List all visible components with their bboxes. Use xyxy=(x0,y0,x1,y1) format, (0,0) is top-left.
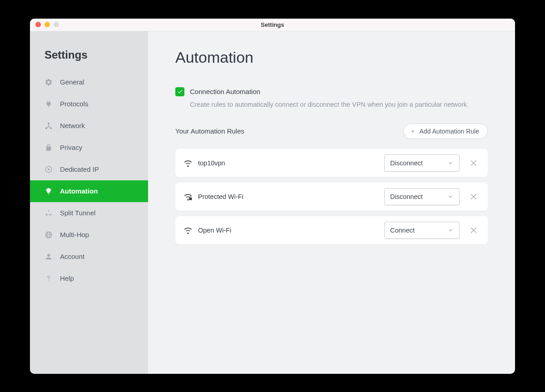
sidebar: Settings General Protocols Network xyxy=(30,31,148,374)
close-window-button[interactable] xyxy=(35,22,41,27)
wifi-open-icon xyxy=(183,226,193,235)
chevron-down-icon xyxy=(447,227,454,233)
title-bar: Settings xyxy=(30,19,515,31)
person-icon xyxy=(45,253,53,261)
rule-action-select[interactable]: Disconnect xyxy=(384,188,460,205)
sidebar-item-label: Protocols xyxy=(60,100,89,108)
svg-rect-5 xyxy=(189,198,192,200)
window-controls xyxy=(30,22,59,27)
sidebar-item-label: Help xyxy=(60,274,74,282)
sidebar-item-privacy[interactable]: Privacy xyxy=(30,137,148,159)
sidebar-item-label: Automation xyxy=(60,187,98,195)
check-icon xyxy=(177,89,183,94)
rule-action-select[interactable]: Connect xyxy=(384,222,460,239)
sidebar-item-dedicated-ip[interactable]: Dedicated IP xyxy=(30,159,148,180)
sidebar-item-protocols[interactable]: Protocols xyxy=(30,93,148,115)
lightbulb-icon xyxy=(45,187,53,195)
sidebar-item-label: Dedicated IP xyxy=(60,165,99,173)
sidebar-title: Settings xyxy=(30,49,148,71)
rule-row: Protected Wi-Fi Disconnect xyxy=(175,183,488,211)
network-icon xyxy=(45,122,53,130)
delete-rule-button[interactable] xyxy=(468,224,480,236)
window-title: Settings xyxy=(30,21,515,28)
sidebar-item-automation[interactable]: Automation xyxy=(30,180,148,202)
rule-name: Protected Wi-Fi xyxy=(198,193,384,200)
connection-automation-row: Connection Automation xyxy=(175,87,488,96)
sidebar-item-label: Multi-Hop xyxy=(60,231,89,238)
sidebar-item-split-tunnel[interactable]: Split Tunnel xyxy=(30,202,148,224)
rule-name: top10vpn xyxy=(198,159,384,167)
sidebar-item-label: General xyxy=(60,78,84,86)
wifi-icon xyxy=(183,159,193,168)
rule-row: top10vpn Disconnect xyxy=(175,149,488,177)
rule-action-select[interactable]: Disconnect xyxy=(384,154,460,172)
page-title: Automation xyxy=(175,49,488,66)
ip-icon xyxy=(45,165,53,174)
add-button-label: Add Automation Rule xyxy=(419,128,479,135)
sidebar-item-label: Network xyxy=(60,122,85,129)
wifi-lock-icon xyxy=(183,192,193,201)
rules-header: Your Automation Rules Add Automation Rul… xyxy=(175,124,488,139)
svg-point-4 xyxy=(48,168,50,170)
svg-point-2 xyxy=(50,127,52,129)
connection-automation-description: Create rules to automatically connect or… xyxy=(190,101,488,108)
rule-name: Open Wi-Fi xyxy=(198,227,384,234)
rule-action-value: Connect xyxy=(390,227,415,234)
maximize-window-button[interactable] xyxy=(54,22,59,27)
gear-icon xyxy=(45,78,53,86)
sidebar-item-general[interactable]: General xyxy=(30,71,148,93)
sidebar-item-help[interactable]: Help xyxy=(30,268,148,289)
chevron-down-icon xyxy=(447,194,454,200)
sidebar-item-label: Account xyxy=(60,253,84,260)
connection-automation-label: Connection Automation xyxy=(190,88,260,95)
sidebar-item-multi-hop[interactable]: Multi-Hop xyxy=(30,224,148,246)
plus-icon xyxy=(410,129,416,134)
close-icon xyxy=(469,159,478,168)
add-automation-rule-button[interactable]: Add Automation Rule xyxy=(403,124,488,139)
close-icon xyxy=(469,192,478,201)
minimize-window-button[interactable] xyxy=(45,22,50,27)
sidebar-item-network[interactable]: Network xyxy=(30,115,148,137)
settings-window: Settings Settings General Protocols xyxy=(30,19,515,374)
delete-rule-button[interactable] xyxy=(468,191,480,203)
split-icon xyxy=(45,209,53,217)
plug-icon xyxy=(45,100,53,108)
question-icon xyxy=(45,274,53,283)
lock-icon xyxy=(45,144,53,152)
connection-automation-checkbox[interactable] xyxy=(175,87,184,96)
close-icon xyxy=(469,226,478,235)
svg-point-1 xyxy=(45,127,48,129)
main-panel: Automation Connection Automation Create … xyxy=(148,31,515,374)
rules-title: Your Automation Rules xyxy=(175,127,244,135)
rule-action-value: Disconnect xyxy=(390,159,423,167)
sidebar-item-label: Split Tunnel xyxy=(60,209,95,217)
rule-action-value: Disconnect xyxy=(390,193,423,200)
sidebar-item-account[interactable]: Account xyxy=(30,246,148,268)
rule-row: Open Wi-Fi Connect xyxy=(175,216,488,244)
globe-icon xyxy=(45,231,53,239)
chevron-down-icon xyxy=(447,160,454,166)
sidebar-item-label: Privacy xyxy=(60,144,82,151)
delete-rule-button[interactable] xyxy=(468,157,480,169)
content: Settings General Protocols Network xyxy=(30,31,515,374)
